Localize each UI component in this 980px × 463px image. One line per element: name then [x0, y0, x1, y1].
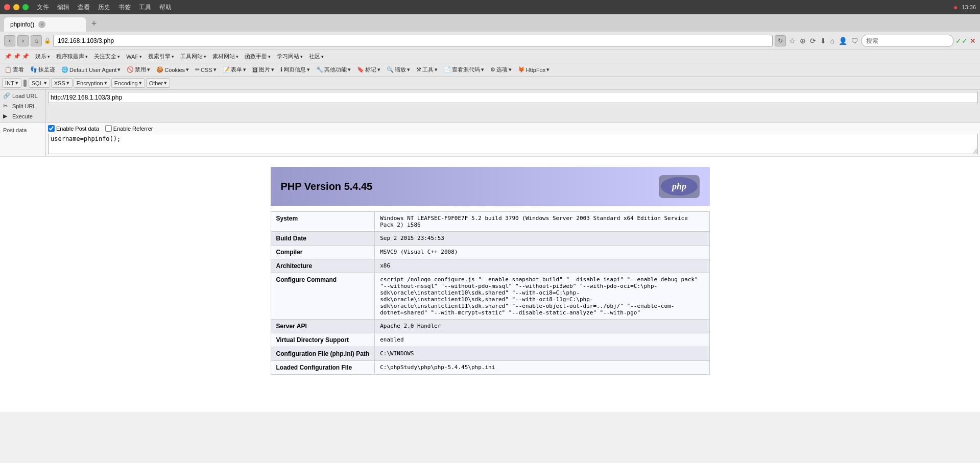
enable-post-checkbox[interactable] [48, 125, 55, 132]
bookmark-materials[interactable]: 素材网站 [210, 52, 241, 61]
execute-button[interactable]: ▶ Execute [0, 111, 45, 121]
bookmark-icon[interactable]: ⊕ [799, 36, 807, 46]
hackbar-xss-dropdown[interactable]: XSS ▾ [51, 78, 73, 88]
table-value-cell: C:\WINDOWS [375, 347, 709, 361]
load-url-button[interactable]: 🔗 Load URL [0, 91, 45, 101]
table-row: Architecturex86 [271, 259, 709, 273]
bookmark-search[interactable]: 搜索引擎 [146, 52, 177, 61]
table-value-cell: x86 [375, 259, 709, 273]
hackbar-other-dropdown[interactable]: Other ▾ [146, 78, 171, 88]
tool-disable[interactable]: 🚫 禁用 ▾ [124, 65, 153, 75]
bookmark-entertainment[interactable]: 娱乐 [33, 52, 53, 61]
table-key-cell: System [271, 212, 375, 232]
close-nav-icon[interactable]: ✕ [970, 37, 976, 45]
svg-text:php: php [671, 181, 686, 191]
checks-icon: ✓✓ [955, 37, 968, 45]
menu-edit[interactable]: 编辑 [57, 3, 69, 12]
table-row: CompilerMSVC9 (Visual C++ 2008) [271, 246, 709, 259]
time-display: 13:36 [962, 4, 976, 10]
table-row: Server APIApache 2.0 Handler [271, 320, 709, 333]
forward-button[interactable]: › [17, 35, 29, 46]
menu-history[interactable]: 历史 [98, 3, 110, 12]
tool-tools[interactable]: ⚒ 工具 ▾ [414, 65, 440, 75]
tab-title: phpinfo() [10, 21, 34, 28]
download-icon[interactable]: ⬇ [819, 36, 827, 46]
shield-icon[interactable]: 🛡 [850, 36, 859, 46]
tool-mark[interactable]: 🔖 标记 ▾ [354, 65, 383, 75]
reload-button[interactable]: ↻ [775, 35, 786, 46]
bookmark-learning[interactable]: 学习网站 [274, 52, 305, 61]
postdata-panel: Post data Enable Post data Enable Referr… [0, 123, 980, 157]
active-tab[interactable]: phpinfo() × [4, 17, 86, 32]
hackbar-url-area [46, 90, 980, 123]
split-url-button[interactable]: ✂ Split URL [0, 101, 45, 111]
tool-cookies[interactable]: 🍪 Cookies ▾ [154, 65, 192, 74]
table-row: Loaded Configuration FileC:\phpStudy\php… [271, 361, 709, 375]
table-key-cell: Configure Command [271, 273, 375, 320]
table-value-cell: Sep 2 2015 23:45:53 [375, 232, 709, 246]
bm-icons: 📌 📌 📌 [2, 52, 32, 61]
maximize-traffic-light[interactable] [22, 4, 29, 10]
minimize-traffic-light[interactable] [13, 4, 19, 10]
new-tab-button[interactable]: + [88, 17, 100, 30]
tool-images[interactable]: 🖼 图片 ▾ [250, 65, 277, 75]
bookmark-tools[interactable]: 工具网站 [178, 52, 209, 61]
table-value-cell: cscript /nologo configure.js "--enable-s… [375, 273, 709, 320]
tool-pageinfo[interactable]: ℹ 网页信息 ▾ [278, 65, 313, 75]
hackbar-divider [23, 80, 27, 87]
postdata-right: Enable Post data Enable Referrer usernam… [46, 123, 980, 156]
enable-referrer-checkbox[interactable] [105, 125, 112, 132]
menu-file[interactable]: 文件 [37, 3, 49, 12]
hackbar-url-input[interactable] [48, 92, 978, 103]
hackbar-encoding-dropdown[interactable]: Encoding ▾ [111, 78, 145, 88]
bookmark-community[interactable]: 社区 [306, 52, 326, 61]
nav-icons: ☆ ⊕ ⟳ ⬇ ⌂ 👤 🛡 [788, 36, 859, 46]
hackbar-encryption-dropdown[interactable]: Encryption ▾ [74, 78, 110, 88]
tool-css[interactable]: ✏ CSS ▾ [193, 65, 219, 74]
table-row: Configuration File (php.ini) PathC:\WIND… [271, 347, 709, 361]
table-value-cell: MSVC9 (Visual C++ 2008) [375, 246, 709, 259]
menu-tools[interactable]: 工具 [139, 3, 151, 12]
avatar-icon[interactable]: 👤 [838, 36, 848, 46]
table-key-cell: Loaded Configuration File [271, 361, 375, 375]
tool-other[interactable]: 🔧 其他功能 ▾ [314, 65, 353, 75]
phpinfo-table: SystemWindows NT LEAFSEC-F9F0E7F 5.2 bui… [271, 211, 710, 375]
address-bar[interactable] [53, 35, 773, 47]
star-icon[interactable]: ☆ [788, 36, 797, 46]
load-icon: 🔗 [3, 92, 10, 100]
tool-forms[interactable]: 📝 表单 ▾ [220, 65, 249, 75]
tool-view[interactable]: 📋 查看 [2, 65, 27, 75]
tool-tracks[interactable]: 👣 抹足迹 [28, 65, 58, 75]
tab-close-button[interactable]: × [38, 21, 45, 28]
sync-icon[interactable]: ⟳ [809, 36, 817, 46]
back-button[interactable]: ‹ [4, 35, 15, 46]
tool-httpfox[interactable]: 🦊 HttpFox ▾ [515, 65, 553, 74]
table-value-cell: Windows NT LEAFSEC-F9F0E7F 5.2 build 379… [375, 212, 709, 232]
tool-useragent[interactable]: 🌐 Default User Agent ▾ [59, 65, 123, 74]
bookmark-functions[interactable]: 函数手册 [242, 52, 273, 61]
hackbar-row: INT ▾ SQL ▾ XSS ▾ Encryption ▾ Encoding … [0, 77, 980, 90]
home-button[interactable]: ⌂ [31, 35, 42, 46]
bookmark-waf[interactable]: WAF [124, 53, 145, 61]
bookmark-security[interactable]: 关注安全 [91, 52, 123, 61]
table-key-cell: Architecture [271, 259, 375, 273]
tool-source[interactable]: 📄 查看源代码 ▾ [441, 65, 487, 75]
bookmark-problems[interactable]: 程序猿题库 [54, 52, 90, 61]
menu-view[interactable]: 查看 [78, 3, 90, 12]
tool-zoom[interactable]: 🔍 缩放 ▾ [384, 65, 413, 75]
post-data-label: Post data [0, 123, 46, 156]
php-logo: php [659, 175, 700, 198]
postdata-textarea[interactable]: username=phpinfo(); [48, 134, 978, 154]
menu-bookmarks[interactable]: 书签 [118, 3, 131, 12]
hackbar-int-dropdown[interactable]: INT ▾ [2, 78, 21, 88]
search-input[interactable] [862, 35, 953, 47]
hackbar-sql-dropdown[interactable]: SQL ▾ [29, 78, 50, 88]
enable-referrer-checkbox-label[interactable]: Enable Referrer [105, 125, 153, 132]
menu-help[interactable]: 帮助 [159, 3, 172, 12]
close-traffic-light[interactable] [4, 4, 10, 10]
tool-options[interactable]: ⚙ 选项 ▾ [488, 65, 514, 75]
table-row: Configure Commandcscript /nologo configu… [271, 273, 709, 320]
enable-post-checkbox-label[interactable]: Enable Post data [48, 125, 99, 132]
hackbar-actions: 🔗 Load URL ✂ Split URL ▶ Execute [0, 90, 46, 123]
home-nav-icon[interactable]: ⌂ [829, 36, 835, 46]
